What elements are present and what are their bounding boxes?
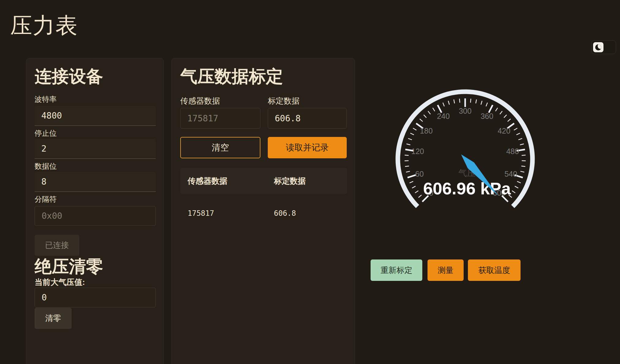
svg-text:120: 120 (411, 147, 424, 156)
pressure-gauge: 060120180240300360420480540600气压606.96 k… (392, 86, 539, 232)
stop-bits-label: 停止位 (35, 128, 57, 138)
stop-bits-input[interactable] (35, 139, 156, 159)
baud-rate-input[interactable] (35, 106, 156, 126)
connect-device-panel: 连接设备 波特率 停止位 数据位 分隔符 已连接 绝压清零 当前大气压值: 清零 (26, 58, 164, 364)
connected-button[interactable]: 已连接 (35, 235, 79, 256)
svg-text:480: 480 (506, 147, 519, 156)
data-bits-input[interactable] (35, 172, 156, 192)
svg-text:606.96 kPa: 606.96 kPa (423, 179, 511, 198)
read-and-record-button[interactable]: 读取并记录 (268, 137, 347, 158)
svg-text:360: 360 (480, 112, 493, 120)
calibration-panel-title: 气压数据标定 (180, 65, 283, 88)
theme-toggle-knob (593, 42, 603, 52)
svg-text:180: 180 (420, 127, 433, 135)
separator-input[interactable] (35, 206, 156, 226)
sensor-data-label: 传感器数据 (180, 96, 220, 106)
baud-rate-label: 波特率 (35, 94, 57, 104)
atmospheric-pressure-input[interactable] (35, 288, 156, 307)
svg-text:540: 540 (504, 170, 517, 178)
sensor-data-input[interactable] (180, 108, 260, 129)
zero-button[interactable]: 清零 (35, 308, 72, 329)
measure-button[interactable]: 测量 (428, 259, 464, 281)
absolute-zero-title: 绝压清零 (35, 255, 103, 278)
table-header-calib: 标定数据 (274, 176, 347, 186)
table-cell-calib: 606.8 (274, 209, 347, 218)
data-bits-label: 数据位 (35, 161, 57, 171)
atmospheric-pressure-label: 当前大气压值: (35, 277, 85, 288)
svg-text:420: 420 (498, 127, 510, 135)
svg-text:60: 60 (415, 170, 424, 178)
calibration-table-header: 传感器数据 标定数据 (180, 168, 347, 194)
theme-toggle[interactable] (591, 40, 616, 54)
get-temperature-button[interactable]: 获取温度 (468, 259, 521, 281)
moon-icon (595, 44, 601, 50)
clear-button[interactable]: 清空 (180, 137, 260, 158)
table-row: 175817 606.8 (180, 207, 347, 219)
separator-label: 分隔符 (35, 194, 57, 204)
svg-text:240: 240 (437, 112, 450, 120)
calib-data-input[interactable] (268, 108, 347, 129)
page-title: 压力表 (10, 11, 78, 40)
table-cell-sensor: 175817 (180, 209, 274, 218)
svg-text:300: 300 (459, 107, 472, 115)
calibration-panel: 气压数据标定 传感器数据 标定数据 清空 读取并记录 传感器数据 标定数据 17… (171, 58, 355, 364)
pressure-gauge-dial: 060120180240300360420480540600气压606.96 k… (392, 86, 539, 232)
recalibrate-button[interactable]: 重新标定 (371, 259, 422, 281)
connect-panel-title: 连接设备 (35, 65, 103, 88)
calib-data-label: 标定数据 (268, 96, 300, 106)
table-header-sensor: 传感器数据 (180, 176, 274, 186)
